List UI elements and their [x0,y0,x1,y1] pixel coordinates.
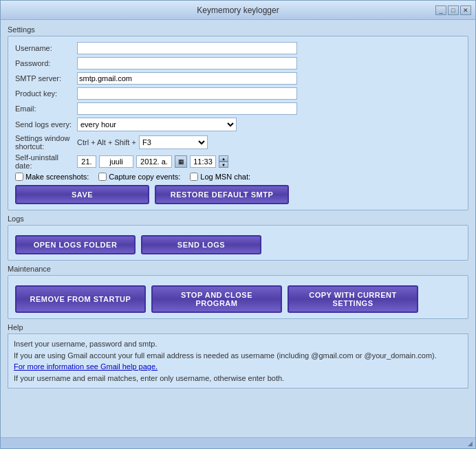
settings-section: Username: Password: SMTP server: Product… [8,36,468,210]
send-logs-select[interactable]: every hour every 2 hours every day never [77,118,237,131]
self-uninstall-row: Self-uninstall date: ▦ ▲ ▼ [15,153,461,170]
main-window: Keymemory keylogger _ □ ✕ Settings Usern… [0,0,476,449]
username-row: Username: [15,42,461,54]
email-label: Email: [15,105,77,113]
capture-copy-item: Capture copy events: [98,173,180,181]
email-input[interactable] [77,102,297,115]
resize-grip: ◢ [468,440,473,447]
date-picker: ▦ ▲ ▼ [77,155,228,168]
time-input[interactable] [190,155,216,168]
password-input[interactable] [77,57,297,69]
log-msn-checkbox[interactable] [190,173,198,181]
maintenance-section-label: Maintenance [8,265,468,273]
save-button[interactable]: SAVE [15,185,149,204]
send-logs-label: Send logs every: [15,120,77,129]
smtp-row: SMTP server: [15,72,461,85]
smtp-input[interactable] [77,72,297,85]
make-screenshots-checkbox[interactable] [15,173,23,181]
settings-buttons: SAVE RESTORE DEFAULT SMTP [15,185,461,204]
help-section-label: Help [8,323,468,331]
date-day-input[interactable] [77,155,96,168]
checkboxes-row: Make screenshots: Capture copy events: L… [15,173,461,181]
window-controls: _ □ ✕ [435,6,471,15]
help-section: Insert your username, password and smtp.… [8,333,468,388]
help-link[interactable]: For more information see Gmail help page… [14,361,462,373]
help-line2: If you are using Gmail account your full… [14,350,462,362]
close-button[interactable]: ✕ [460,6,471,15]
title-bar: Keymemory keylogger _ □ ✕ [1,1,475,20]
product-key-row: Product key: [15,87,461,100]
open-logs-button[interactable]: OPEN LOGS FOLDER [15,235,136,254]
shortcut-label: Settings window shortcut: [15,134,77,151]
make-screenshots-item: Make screenshots: [15,173,89,181]
date-year-input[interactable] [136,155,172,168]
window-title: Keymemory keylogger [197,6,279,15]
copy-settings-button[interactable]: COPY WITH CURRENT SETTINGS [288,285,418,313]
maintenance-section: REMOVE FROM STARTUP STOP AND CLOSE PROGR… [8,275,468,319]
smtp-label: SMTP server: [15,74,77,83]
product-key-input[interactable] [77,87,297,100]
logs-section: OPEN LOGS FOLDER SEND LOGS [8,225,468,261]
shortcut-static-text: Ctrl + Alt + Shift + [77,138,136,146]
product-key-label: Product key: [15,89,77,98]
status-bar: ◢ [1,437,475,448]
date-month-input[interactable] [99,155,133,168]
username-input[interactable] [77,42,297,54]
time-spin-up[interactable]: ▲ [219,155,228,162]
shortcut-row: Settings window shortcut: Ctrl + Alt + S… [15,134,461,151]
time-spinner: ▲ ▼ [219,155,228,168]
help-line3: If your username and email matches, ente… [14,373,462,384]
username-label: Username: [15,44,77,52]
calendar-button[interactable]: ▦ [175,155,187,168]
capture-copy-label: Capture copy events: [109,173,180,181]
maximize-button[interactable]: □ [448,6,459,15]
log-msn-label: Log MSN chat: [200,173,250,181]
shortcut-select[interactable]: F1F2F3F4 F5F6F7F8 F9F10F11F12 [139,135,208,149]
minimize-button[interactable]: _ [435,6,446,15]
capture-copy-checkbox[interactable] [98,173,107,181]
make-screenshots-label: Make screenshots: [25,173,89,181]
log-msn-item: Log MSN chat: [190,173,250,181]
time-spin-down[interactable]: ▼ [219,162,228,168]
remove-startup-button[interactable]: REMOVE FROM STARTUP [15,285,146,313]
maintenance-buttons: REMOVE FROM STARTUP STOP AND CLOSE PROGR… [15,285,461,313]
password-row: Password: [15,57,461,69]
password-label: Password: [15,59,77,67]
email-row: Email: [15,102,461,115]
help-line1: Insert your username, password and smtp. [14,338,462,350]
self-uninstall-label: Self-uninstall date: [15,153,77,170]
main-content: Settings Username: Password: SMTP server… [1,20,475,437]
send-logs-button[interactable]: SEND LOGS [141,235,261,254]
logs-buttons: OPEN LOGS FOLDER SEND LOGS [15,235,461,254]
stop-program-button[interactable]: STOP AND CLOSE PROGRAM [151,285,282,313]
send-logs-row: Send logs every: every hour every 2 hour… [15,118,461,131]
logs-section-label: Logs [8,215,468,223]
gmail-help-link[interactable]: For more information see Gmail help page… [14,362,158,371]
settings-section-label: Settings [8,25,468,34]
restore-smtp-button[interactable]: RESTORE DEFAULT SMTP [155,185,289,204]
